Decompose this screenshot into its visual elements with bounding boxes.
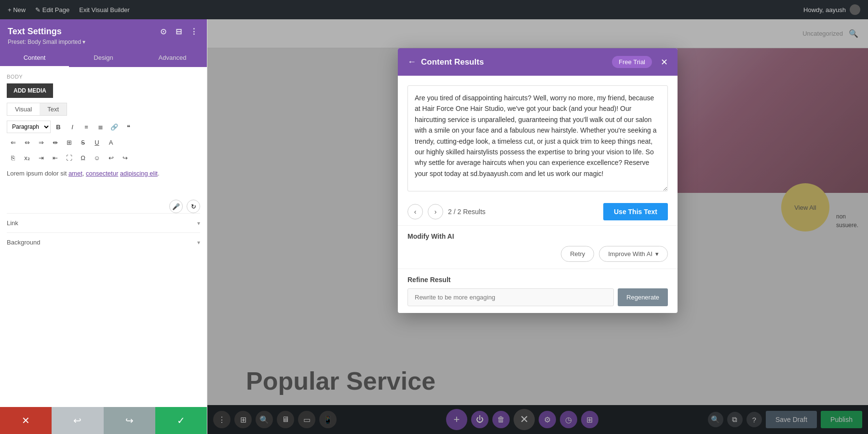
- refine-input[interactable]: [407, 288, 614, 306]
- content-textarea[interactable]: [407, 85, 668, 191]
- panel-title: Text Settings: [8, 27, 62, 37]
- align-justify-button[interactable]: ⇹: [49, 136, 61, 149]
- editor-tab-visual[interactable]: Visual: [7, 103, 40, 115]
- new-button[interactable]: + New: [8, 6, 26, 14]
- panel-title-row: Text Settings ⊙ ⊟ ⋮: [8, 26, 199, 37]
- modal-nav-row: ‹ › 2 / 2 Results Use This Text: [398, 198, 678, 225]
- panel-tabs: Content Design Advanced: [0, 49, 207, 67]
- undo-action-button[interactable]: ↩: [52, 407, 103, 434]
- panel-actions: ✕ ↩ ↪ ✓: [0, 407, 207, 434]
- improve-button[interactable]: Improve With AI ▾: [599, 246, 668, 262]
- editor-footer: 🎤 ↻: [7, 200, 200, 213]
- modify-label: Modify With AI: [407, 232, 668, 240]
- ol-button[interactable]: ≣: [94, 121, 107, 133]
- toolbar-row-1: Paragraph B I ≡ ≣ 🔗 ❝: [7, 121, 200, 133]
- paste-button[interactable]: ⎘: [7, 151, 19, 164]
- editor-tabs: Visual Text: [7, 103, 67, 116]
- emoji-button[interactable]: ☺: [91, 151, 103, 164]
- strikethrough-button[interactable]: S̶: [77, 136, 89, 149]
- special-char-button[interactable]: Ω: [77, 151, 89, 164]
- free-trial-badge[interactable]: Free Trial: [612, 56, 652, 68]
- regenerate-button[interactable]: Regenerate: [618, 288, 668, 306]
- preset-label[interactable]: Preset: Body Small imported ▾: [8, 39, 199, 45]
- cancel-button[interactable]: ✕: [0, 407, 52, 434]
- background-section[interactable]: Background ▾: [7, 232, 200, 252]
- background-chevron: ▾: [197, 239, 200, 246]
- exit-builder-label: Exit Visual Builder: [79, 6, 130, 14]
- table-button[interactable]: ⊞: [63, 136, 75, 149]
- modal-close-button[interactable]: ✕: [661, 57, 668, 68]
- improve-label: Improve With AI: [608, 250, 652, 258]
- toolbar-row-2: ⇐ ⇔ ⇒ ⇹ ⊞ S̶ U A: [7, 136, 200, 149]
- undo-button[interactable]: ↩: [105, 151, 117, 164]
- exit-builder-button[interactable]: Exit Visual Builder: [79, 6, 130, 14]
- align-center-button[interactable]: ⇔: [21, 136, 33, 149]
- editor-content[interactable]: Lorem ipsum dolor sit amet, consectetur …: [7, 167, 200, 196]
- modify-section: Modify With AI Retry Improve With AI ▾: [398, 225, 678, 269]
- editor-tab-text[interactable]: Text: [40, 103, 67, 115]
- paragraph-select[interactable]: Paragraph: [7, 121, 51, 133]
- avatar: [850, 4, 860, 15]
- link-label: Link: [7, 219, 18, 227]
- modal-header: ← Content Results Free Trial ✕: [398, 48, 678, 76]
- panel-title-icons: ⊙ ⊟ ⋮: [158, 26, 199, 37]
- tab-design[interactable]: Design: [69, 49, 138, 67]
- subscript-button[interactable]: x₂: [21, 151, 33, 164]
- body-label: Body: [7, 74, 200, 80]
- refine-row: Regenerate: [407, 288, 668, 306]
- mic-icon-button[interactable]: 🎤: [169, 200, 183, 213]
- toolbar-row-3: ⎘ x₂ ⇥ ⇤ ⛶ Ω ☺ ↩ ↪: [7, 151, 200, 164]
- text-settings-panel: Text Settings ⊙ ⊟ ⋮ Preset: Body Small i…: [0, 19, 207, 434]
- redo-button[interactable]: ↪: [119, 151, 131, 164]
- new-label: + New: [8, 6, 26, 14]
- results-count: 2 / 2 Results: [448, 208, 598, 216]
- next-result-button[interactable]: ›: [428, 204, 443, 219]
- outdent-button[interactable]: ⇤: [49, 151, 61, 164]
- page-canvas: Uncategorized 🔍 nonsusuere. View All Pop…: [207, 19, 868, 434]
- prev-result-button[interactable]: ‹: [407, 204, 423, 219]
- redo-action-button[interactable]: ↪: [104, 407, 155, 434]
- link-chevron: ▾: [197, 220, 200, 227]
- background-label: Background: [7, 239, 40, 246]
- color-button[interactable]: A: [105, 136, 117, 149]
- ai-icon-button[interactable]: ↻: [187, 200, 200, 213]
- top-bar: + New ✎ Edit Page Exit Visual Builder Ho…: [0, 0, 868, 19]
- improve-arrow-icon: ▾: [655, 250, 659, 258]
- content-textarea-wrapper: [398, 76, 678, 198]
- modal-title: Content Results: [421, 57, 607, 67]
- fullscreen-button[interactable]: ⛶: [63, 151, 75, 164]
- tab-content[interactable]: Content: [0, 49, 69, 67]
- modal-body: ‹ › 2 / 2 Results Use This Text Modify W…: [398, 76, 678, 313]
- use-this-text-button[interactable]: Use This Text: [603, 203, 668, 220]
- add-media-button[interactable]: ADD MEDIA: [7, 83, 53, 98]
- refine-section: Refine Result Regenerate: [398, 269, 678, 313]
- panel-body: Body ADD MEDIA Visual Text Paragraph B I…: [0, 67, 207, 407]
- target-icon[interactable]: ⊙: [158, 26, 168, 37]
- bold-button[interactable]: B: [52, 121, 65, 133]
- italic-button[interactable]: I: [66, 121, 79, 133]
- link-button[interactable]: 🔗: [108, 121, 121, 133]
- align-left-button[interactable]: ⇐: [7, 136, 19, 149]
- edit-page-button[interactable]: ✎ Edit Page: [35, 6, 69, 14]
- modify-actions: Retry Improve With AI ▾: [407, 246, 668, 262]
- modal-overlay: ← Content Results Free Trial ✕ ‹ › 2 / 2…: [207, 19, 868, 434]
- modal-back-button[interactable]: ←: [407, 57, 416, 67]
- underline-button[interactable]: U: [91, 136, 103, 149]
- ul-button[interactable]: ≡: [80, 121, 93, 133]
- save-button[interactable]: ✓: [155, 407, 207, 434]
- retry-button[interactable]: Retry: [561, 246, 594, 262]
- tab-advanced[interactable]: Advanced: [138, 49, 207, 67]
- align-right-button[interactable]: ⇒: [35, 136, 47, 149]
- edit-page-label: ✎ Edit Page: [35, 6, 69, 14]
- columns-icon[interactable]: ⊟: [173, 26, 184, 37]
- more-icon[interactable]: ⋮: [189, 26, 199, 37]
- main-area: Text Settings ⊙ ⊟ ⋮ Preset: Body Small i…: [0, 19, 868, 434]
- panel-header: Text Settings ⊙ ⊟ ⋮ Preset: Body Small i…: [0, 19, 207, 49]
- link-section[interactable]: Link ▾: [7, 213, 200, 232]
- refine-label: Refine Result: [407, 276, 668, 284]
- indent-button[interactable]: ⇥: [35, 151, 47, 164]
- content-results-modal: ← Content Results Free Trial ✕ ‹ › 2 / 2…: [398, 48, 678, 313]
- top-bar-right: Howdy, aayush: [803, 4, 860, 15]
- howdy-text: Howdy, aayush: [803, 6, 846, 14]
- blockquote-button[interactable]: ❝: [122, 121, 135, 133]
